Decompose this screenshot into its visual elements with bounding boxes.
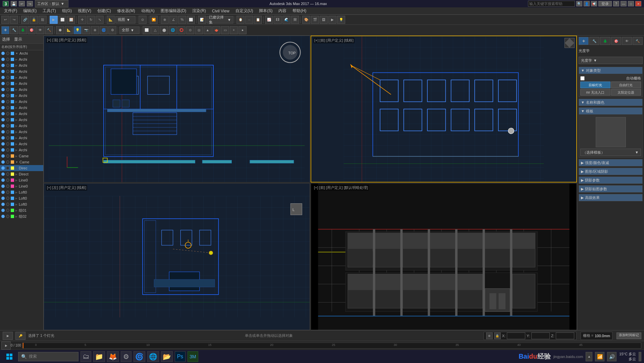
coord-lock-btn[interactable]: 🔒 [494, 332, 501, 339]
select-filter-btn[interactable]: 🔽 [150, 16, 158, 24]
snap-toggle-btn[interactable]: ⊕ [161, 16, 169, 24]
viewport-top-left[interactable]: [+] [顶] [用户定义] [线框] [44, 36, 310, 183]
box-btn[interactable]: ⬜ [143, 26, 151, 34]
scene-freeze-26[interactable] [6, 209, 9, 212]
scene-expand-8[interactable]: ▶ [15, 100, 17, 103]
scene-expand-10[interactable]: ▶ [15, 112, 17, 115]
display-panel-tab[interactable]: 👁 [622, 37, 632, 45]
scene-freeze-15[interactable] [6, 142, 9, 146]
scene-expand-23[interactable]: ▶ [15, 191, 17, 194]
taskbar-edge[interactable]: 🌐 [147, 351, 159, 362]
menu-render[interactable]: 渲染(R) [190, 7, 209, 14]
scene-expand-13[interactable]: ▶ [15, 131, 17, 134]
edit-named-sel-btn[interactable]: 📝 [198, 16, 206, 24]
scene-expand-24[interactable]: ▶ [15, 197, 17, 200]
rendered-frame-btn[interactable]: 🖼 [320, 16, 328, 24]
pivot-btn[interactable]: ⊙ [139, 16, 147, 24]
teapot-btn[interactable]: 🫖 [212, 26, 220, 34]
scene-item-6[interactable]: ▶Archi [0, 87, 43, 93]
select-btn[interactable]: ▶ [50, 16, 58, 24]
maximize-btn[interactable]: □ [628, 1, 634, 6]
scene-eye-20[interactable] [1, 172, 5, 176]
scene-item-27[interactable]: ▶组02 [0, 213, 43, 219]
scene-expand-1[interactable]: ▶ [15, 58, 17, 61]
light-btn[interactable]: 💡 [73, 26, 82, 34]
scene-freeze-4[interactable] [6, 76, 9, 79]
scene-item-12[interactable]: ▶Archi [0, 123, 43, 129]
scene-item-13[interactable]: ▶Archi [0, 129, 43, 135]
scene-expand-27[interactable]: ▶ [15, 215, 17, 218]
scene-freeze-14[interactable] [6, 136, 9, 140]
scene-item-3[interactable]: ▶Archi [0, 68, 43, 74]
scene-freeze-0[interactable] [6, 52, 9, 55]
scene-expand-7[interactable]: ▶ [15, 94, 17, 97]
mat-editor-btn[interactable]: 🎨 [302, 16, 310, 24]
scene-eye-8[interactable] [1, 100, 5, 103]
pyramid-btn[interactable]: ▲ [204, 26, 212, 34]
select-scale-btn[interactable]: ⤡ [96, 16, 104, 24]
geosphere-btn[interactable]: 🌐 [169, 26, 177, 34]
taskbar-search[interactable]: 🔍 搜索 [18, 352, 78, 361]
scene-expand-25[interactable]: ▶ [15, 203, 17, 206]
scene-item-25[interactable]: ▶Loft0 [0, 201, 43, 207]
viewport-tr-label[interactable]: [+] [前] [用户定义] [线框] [313, 38, 355, 43]
scene-eye-14[interactable] [1, 136, 5, 140]
scene-list[interactable]: ▼Archi▶Archi▶Archi▶Archi▶Archi▶Archi▶Arc… [0, 50, 43, 330]
viewport-bl-label[interactable]: [+] [左] [用户定义] [线框] [46, 185, 87, 191]
viewport-bottom-right[interactable]: [+] [前] [用户定义] [默认明暗处理] [311, 183, 577, 330]
scene-eye-2[interactable] [1, 64, 5, 67]
select-unlink-btn[interactable]: 🔓 [30, 16, 38, 24]
scene-expand-14[interactable]: ▶ [15, 137, 17, 140]
menu-customize[interactable]: 自定义(U) [233, 7, 256, 14]
scene-eye-13[interactable] [1, 130, 5, 134]
camera-btn[interactable]: 📷 [82, 26, 90, 34]
tray-sound[interactable]: 🔊 [607, 352, 616, 361]
schematic-view-btn[interactable]: 🕸 [291, 16, 299, 24]
taskbar-explorer[interactable]: 🗂 [80, 351, 91, 362]
taskbar-ps[interactable]: Ps [175, 351, 185, 362]
scene-eye-17[interactable] [1, 154, 5, 158]
sort-header[interactable]: 名称(按升序排序) [0, 44, 43, 50]
coord-snap-btn[interactable]: ⊕ [486, 332, 493, 339]
template-header[interactable]: ▼ 模板 [579, 108, 642, 114]
scene-item-20[interactable]: ▶Direct [0, 171, 43, 177]
scene-freeze-17[interactable] [6, 154, 9, 158]
create-tab[interactable]: ✚ [1, 26, 9, 34]
sun-positioner-btn[interactable]: 太阳定位器 [611, 89, 641, 96]
motion-panel-tab[interactable]: 🎯 [611, 37, 621, 45]
taskbar-3dsmax[interactable]: 3M [187, 351, 198, 362]
display-tab[interactable]: 👁 [36, 26, 44, 34]
select-rotate-btn[interactable]: ↻ [87, 16, 95, 24]
display-label[interactable]: 显示 [14, 37, 22, 42]
utility-panel-tab[interactable]: 🔨 [633, 37, 643, 45]
scene-freeze-6[interactable] [6, 88, 9, 91]
tube-btn[interactable]: ⊙ [186, 26, 194, 34]
scene-freeze-8[interactable] [6, 100, 9, 103]
scene-item-17[interactable]: ▶Came [0, 153, 43, 159]
hierarchy-panel-tab[interactable]: 🌲 [600, 37, 610, 45]
scene-eye-23[interactable] [1, 191, 5, 194]
cylinder-btn[interactable]: ⭕ [177, 26, 185, 34]
scene-freeze-27[interactable] [6, 215, 9, 218]
clock[interactable]: 15°C 多云 多云 [619, 352, 636, 361]
coord-dropdown[interactable]: 视图 ▼ [115, 16, 136, 23]
community-btn[interactable]: 📢 [591, 1, 597, 6]
reference-coord-btn[interactable]: 📐 [107, 16, 115, 24]
help-search-btn[interactable]: 🔍 [576, 1, 582, 6]
scene-item-9[interactable]: ▶Archi [0, 105, 43, 111]
tray-up-btn[interactable]: ▲ [586, 352, 592, 361]
help-search-input[interactable] [528, 1, 575, 7]
scene-expand-21[interactable]: ▶ [15, 179, 17, 182]
scene-expand-22[interactable]: ▶ [15, 185, 17, 188]
scene-freeze-2[interactable] [6, 64, 9, 67]
scene-freeze-16[interactable] [6, 148, 9, 152]
percent-snap-btn[interactable]: % [178, 16, 186, 24]
status-key-btn[interactable]: 🔑 [15, 332, 25, 340]
mirror-btn[interactable]: 🪞 [236, 16, 245, 24]
scene-item-16[interactable]: ▶Archi [0, 147, 43, 153]
taskbar-settings[interactable]: ⚙ [121, 351, 131, 362]
scene-eye-12[interactable] [1, 124, 5, 127]
scene-freeze-25[interactable] [6, 203, 9, 206]
menu-help[interactable]: 帮助(H) [290, 7, 309, 14]
template-dropdown[interactable]: （选择模板） ▼ [580, 149, 641, 156]
